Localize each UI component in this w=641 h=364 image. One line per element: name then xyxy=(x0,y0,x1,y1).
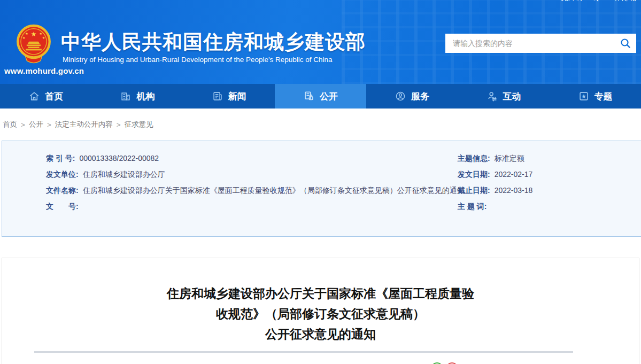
utility-bar: 无障碍 工作邮箱 xyxy=(561,0,637,3)
title-divider xyxy=(34,351,573,353)
nav-label: 机构 xyxy=(136,90,155,103)
svg-text:★: ★ xyxy=(581,93,586,99)
search-icon[interactable] xyxy=(615,34,636,53)
search-box xyxy=(445,34,636,53)
site-subtitle-english: Ministry of Housing and Urban-Rural Deve… xyxy=(63,56,333,64)
meta-row-deadline-date: 截止日期:2022-03-18 xyxy=(458,186,639,197)
news-icon xyxy=(212,90,223,102)
article-title-line: 公开征求意见的通知 xyxy=(123,324,519,344)
meta-value: 2022-02-17 xyxy=(495,170,533,179)
nav-item-organization[interactable]: 机构 xyxy=(91,84,183,109)
meta-row-index-number: 索 引 号:000013338/2022-00082 xyxy=(46,154,444,165)
nav-item-topics[interactable]: ★ 专题 xyxy=(550,84,641,109)
nav-item-service[interactable]: 服务 xyxy=(366,84,458,109)
site-url: www.mohurd.gov.cn xyxy=(4,66,84,75)
breadcrumb-separator: > xyxy=(47,121,51,129)
site-header: 无障碍 工作邮箱 ★ ★ ★ ★ ★ www.mohurd.gov.cn 中华人… xyxy=(0,0,641,84)
meta-value: 000013338/2022-00082 xyxy=(79,154,159,162)
main-nav: 首页 机构 新闻 公开 服务 互动 ★ 专题 xyxy=(0,84,641,109)
meta-value: 2022-03-18 xyxy=(495,186,533,195)
nav-label: 服务 xyxy=(411,90,429,103)
document-meta-panel: 索 引 号:000013338/2022-00082 发文单位:住房和城乡建设部… xyxy=(2,141,641,237)
svg-text:★: ★ xyxy=(22,36,26,40)
meta-value: 住房和城乡建设部办公厅 xyxy=(83,170,165,179)
meta-row-issuing-unit: 发文单位:住房和城乡建设部办公厅 xyxy=(46,170,444,181)
article-panel: 住房和城乡建设部办公厅关于国家标准《屋面工程质量验 收规范》（局部修订条文征求意… xyxy=(2,258,639,364)
meta-value: 标准定额 xyxy=(495,154,524,162)
meta-label: 发文单位: xyxy=(46,170,79,179)
breadcrumb-separator: > xyxy=(21,121,25,129)
meta-row-document-title: 文件名称:住房和城乡建设部办公厅关于国家标准《屋面工程质量验收规范》（局部修订条… xyxy=(46,186,444,197)
site-title: 中华人民共和国住房和城乡建设部 xyxy=(61,29,366,56)
work-mailbox-link[interactable]: 工作邮箱 xyxy=(607,0,637,3)
national-emblem-logo[interactable]: ★ ★ ★ ★ ★ xyxy=(15,24,52,65)
svg-text:★: ★ xyxy=(25,32,28,35)
nav-label: 公开 xyxy=(320,90,338,103)
article-title: 住房和城乡建设部办公厅关于国家标准《屋面工程质量验 收规范》（局部修订条文征求意… xyxy=(123,283,519,344)
organization-icon xyxy=(120,90,132,102)
meta-label: 索 引 号: xyxy=(46,154,75,162)
meta-label: 主 题 词: xyxy=(458,202,486,211)
nav-label: 互动 xyxy=(503,90,521,103)
nav-label: 首页 xyxy=(45,90,63,103)
article-title-line: 收规范》（局部修订条文征求意见稿） xyxy=(123,304,519,324)
breadcrumb-separator: > xyxy=(117,121,121,129)
meta-row-keywords: 主 题 词: xyxy=(458,202,639,213)
svg-text:★: ★ xyxy=(31,30,37,38)
meta-label: 发文日期: xyxy=(458,170,490,179)
nav-label: 新闻 xyxy=(228,90,246,103)
magnifier-icon[interactable] xyxy=(591,0,599,2)
meta-label: 截止日期: xyxy=(458,186,490,195)
meta-value: 住房和城乡建设部办公厅关于国家标准《屋面工程质量验收规范》（局部修订条文征求意见… xyxy=(83,186,465,195)
meta-right-column: 主题信息:标准定额 发文日期:2022-02-17 截止日期:2022-03-1… xyxy=(458,154,639,218)
meta-label: 文 号: xyxy=(46,202,79,211)
home-icon xyxy=(28,90,40,102)
meta-row-document-number: 文 号: xyxy=(46,202,444,213)
service-icon xyxy=(395,90,406,102)
svg-text:★: ★ xyxy=(42,36,45,40)
meta-label: 主题信息: xyxy=(458,154,490,162)
nav-item-home[interactable]: 首页 xyxy=(0,84,91,109)
search-input[interactable] xyxy=(445,39,615,48)
nav-item-news[interactable]: 新闻 xyxy=(183,84,275,109)
article-title-line: 住房和城乡建设部办公厅关于国家标准《屋面工程质量验 xyxy=(123,283,519,304)
breadcrumb-home[interactable]: 首页 xyxy=(3,120,17,129)
breadcrumb-disclosure[interactable]: 公开 xyxy=(29,120,43,129)
breadcrumb: 首页 > 公开 > 法定主动公开内容 > 征求意见 xyxy=(3,120,153,129)
nav-item-interaction[interactable]: 互动 xyxy=(458,84,549,109)
meta-left-column: 索 引 号:000013338/2022-00082 发文单位:住房和城乡建设部… xyxy=(46,154,444,218)
meta-label: 文件名称: xyxy=(46,186,79,195)
meta-row-topic-info: 主题信息:标准定额 xyxy=(458,154,639,165)
disclosure-icon xyxy=(303,90,315,102)
nav-item-disclosure[interactable]: 公开 xyxy=(275,84,366,109)
breadcrumb-current: 征求意见 xyxy=(125,120,153,129)
accessibility-link[interactable]: 无障碍 xyxy=(561,0,583,3)
breadcrumb-statutory-content[interactable]: 法定主动公开内容 xyxy=(55,120,113,129)
topics-icon: ★ xyxy=(578,90,590,102)
meta-row-issue-date: 发文日期:2022-02-17 xyxy=(458,170,639,181)
svg-text:★: ★ xyxy=(39,32,42,35)
nav-label: 专题 xyxy=(594,90,613,103)
interaction-icon xyxy=(486,90,498,102)
